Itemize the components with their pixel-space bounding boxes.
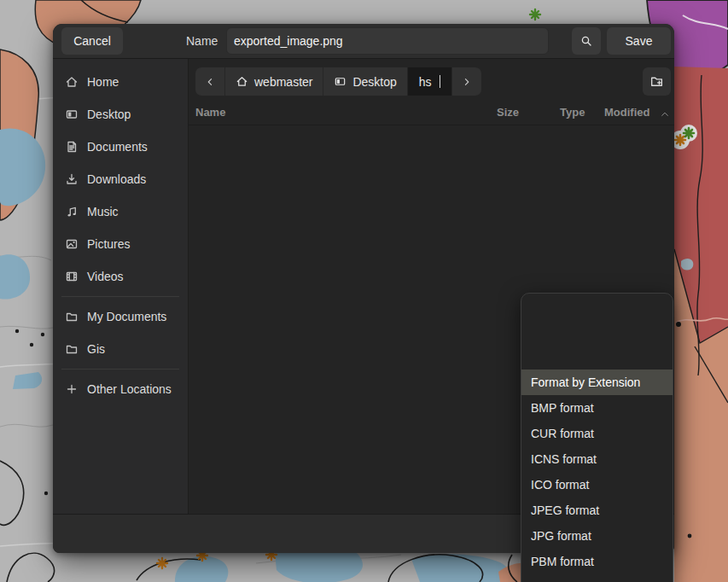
- chevron-left-icon: [204, 76, 216, 88]
- sidebar-item-gis[interactable]: Gis: [53, 333, 188, 365]
- column-header-name[interactable]: Name: [195, 106, 225, 119]
- name-label: Name: [186, 24, 218, 58]
- folder-icon: [65, 310, 79, 323]
- sidebar-item-label: Downloads: [87, 172, 146, 186]
- music-icon: [65, 205, 79, 218]
- dialog-headerbar: Cancel Name Save: [53, 24, 674, 59]
- pictures-icon: [65, 237, 79, 251]
- filename-input[interactable]: [226, 27, 549, 55]
- path-typed-entry[interactable]: hs: [408, 67, 452, 96]
- path-segment-label: Desktop: [352, 75, 396, 89]
- menu-item-pcx[interactable]: PCX format: [521, 574, 673, 582]
- sidebar-item-label: Home: [87, 75, 119, 89]
- screen: Cancel Name Save Home: [0, 0, 728, 582]
- menu-item-format-by-extension[interactable]: Format by Extension: [521, 370, 673, 395]
- format-dropdown-menu: Format by Extension BMP format CUR forma…: [521, 293, 673, 582]
- sidebar-separator: [61, 369, 179, 370]
- sidebar-item-music[interactable]: Music: [53, 195, 188, 228]
- sidebar-item-label: My Documents: [87, 310, 166, 323]
- chevron-right-icon: [461, 76, 473, 88]
- menu-item-pbm[interactable]: PBM format: [521, 549, 673, 574]
- menu-item-jpg[interactable]: JPG format: [521, 523, 673, 549]
- desktop-icon: [334, 75, 347, 88]
- search-icon: [579, 34, 593, 48]
- menu-item-bmp[interactable]: BMP format: [521, 395, 673, 421]
- new-folder-icon: [649, 74, 664, 89]
- places-sidebar: Home Desktop Documents Download: [53, 59, 189, 514]
- plus-icon: [65, 382, 79, 396]
- sidebar-item-label: Music: [87, 205, 119, 218]
- documents-icon: [65, 140, 79, 154]
- path-bar: webmaster Desktop hs: [195, 67, 481, 96]
- sort-ascending-icon: [660, 109, 670, 119]
- sidebar-item-pictures[interactable]: Pictures: [53, 228, 188, 260]
- menu-item-jpeg[interactable]: JPEG format: [521, 498, 673, 523]
- column-header-size[interactable]: Size: [497, 106, 519, 119]
- path-segment-home[interactable]: webmaster: [225, 67, 323, 96]
- menu-item-cur[interactable]: CUR format: [521, 421, 673, 446]
- typed-text: hs: [419, 75, 432, 89]
- column-header-modified[interactable]: Modified: [604, 106, 649, 119]
- sidebar-item-home[interactable]: Home: [53, 66, 188, 98]
- home-icon: [65, 75, 79, 89]
- new-folder-button[interactable]: [643, 67, 671, 96]
- sidebar-item-label: Gis: [87, 342, 105, 356]
- column-header-row: Name Size Type Modified: [189, 102, 674, 125]
- home-icon: [236, 75, 248, 88]
- path-forward-button[interactable]: [452, 67, 481, 96]
- path-segment-desktop[interactable]: Desktop: [323, 67, 407, 96]
- cancel-button[interactable]: Cancel: [61, 27, 123, 55]
- sidebar-item-my-documents[interactable]: My Documents: [53, 300, 188, 333]
- desktop-icon: [65, 108, 79, 121]
- save-button[interactable]: Save: [607, 27, 671, 55]
- column-header-type[interactable]: Type: [560, 106, 585, 119]
- sidebar-item-label: Desktop: [87, 108, 131, 121]
- sidebar-item-documents[interactable]: Documents: [53, 131, 188, 163]
- sidebar-item-other-locations[interactable]: Other Locations: [53, 373, 188, 405]
- sidebar-item-label: Other Locations: [87, 382, 172, 396]
- downloads-icon: [65, 172, 79, 186]
- sidebar-item-label: Pictures: [87, 237, 131, 251]
- path-segment-label: webmaster: [254, 75, 312, 89]
- sidebar-item-downloads[interactable]: Downloads: [53, 163, 188, 195]
- menu-item-ico[interactable]: ICO format: [521, 472, 673, 498]
- sidebar-item-label: Documents: [87, 140, 148, 154]
- menu-item-icns[interactable]: ICNS format: [521, 446, 673, 472]
- sidebar-item-label: Videos: [87, 270, 124, 283]
- videos-icon: [65, 270, 79, 283]
- sidebar-separator: [61, 296, 179, 297]
- sidebar-item-videos[interactable]: Videos: [53, 260, 188, 293]
- text-cursor: [440, 75, 440, 88]
- path-back-button[interactable]: [195, 67, 225, 96]
- search-button[interactable]: [572, 27, 601, 55]
- folder-icon: [65, 342, 79, 356]
- sidebar-item-desktop[interactable]: Desktop: [53, 98, 188, 131]
